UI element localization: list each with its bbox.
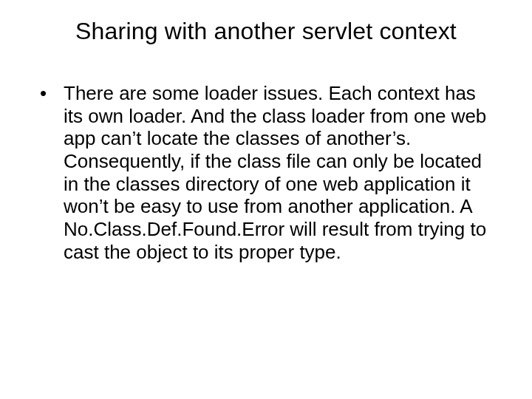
bullet-text: There are some loader issues. Each conte… (64, 82, 486, 263)
bullet-list: There are some loader issues. Each conte… (37, 82, 495, 263)
slide-title: Sharing with another servlet context (37, 18, 495, 45)
list-item: There are some loader issues. Each conte… (37, 82, 495, 263)
slide-body: There are some loader issues. Each conte… (37, 82, 495, 263)
slide: Sharing with another servlet context The… (0, 0, 532, 399)
